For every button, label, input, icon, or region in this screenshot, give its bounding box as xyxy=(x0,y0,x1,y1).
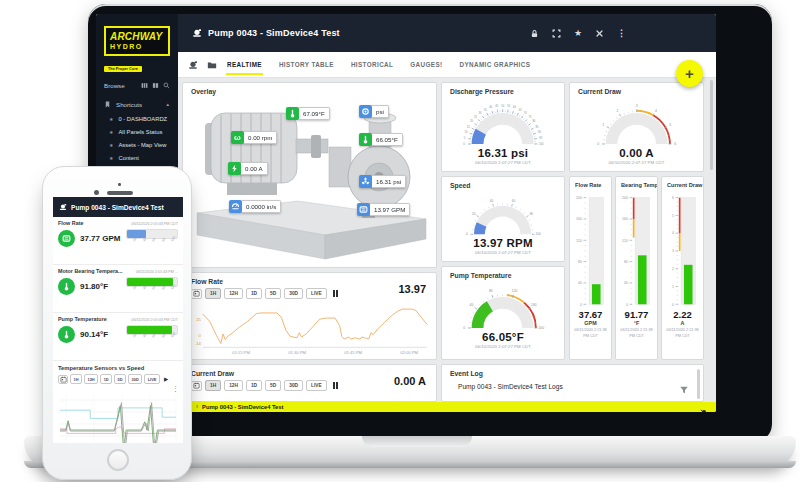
panel-pump-temperature: Pump Temperature 04080120160200 66.05°F … xyxy=(441,266,565,360)
sensor-badge[interactable]: 66.05°F xyxy=(359,133,403,146)
laptop-notch xyxy=(362,436,472,447)
window-title: Pump 0043 - SimDevice4 Test xyxy=(208,28,340,38)
bar-timestamp: 06/11/2020 2:21:38 PM CDT xyxy=(666,328,700,339)
tick-label: 100 xyxy=(170,235,180,244)
svg-text:100: 100 xyxy=(539,142,544,146)
calendar-button[interactable] xyxy=(191,381,202,391)
range-button-1h[interactable]: 1H xyxy=(205,288,221,299)
event-log-entry[interactable]: Pump 0043 - SimDevice4 Test Logs xyxy=(442,377,703,390)
kebab-menu-icon[interactable]: ⋮ xyxy=(172,385,179,392)
search-icon[interactable] xyxy=(163,82,170,89)
svg-text:65: 65 xyxy=(519,108,522,112)
sensor-badge[interactable]: 67.09°F xyxy=(286,107,330,120)
sensor-badge[interactable]: 13.97 GPM xyxy=(357,203,410,216)
sensor-badge[interactable]: 0.0000 in/s xyxy=(229,200,281,213)
range-button-12h[interactable]: 12H xyxy=(224,288,243,299)
svg-text:20: 20 xyxy=(472,212,476,216)
range-button-30d[interactable]: 30D xyxy=(284,380,303,391)
svg-text:-14: -14 xyxy=(195,342,202,347)
shortcuts-row[interactable]: Shortcuts ▲ xyxy=(96,97,178,112)
tab-dynamic-graphics[interactable]: DYNAMIC GRAPHICS xyxy=(458,52,531,77)
grid-icon[interactable] xyxy=(141,82,148,89)
range-button-1h[interactable]: 1H xyxy=(70,374,82,384)
flow-rate-bar-gauge: 04080120160200 xyxy=(571,189,611,311)
svg-text:80: 80 xyxy=(577,260,581,264)
svg-text:120: 120 xyxy=(621,239,627,243)
kebab-menu-icon[interactable]: ⋮ xyxy=(617,29,626,38)
range-button-1h[interactable]: 1H xyxy=(205,380,221,391)
tools-icon[interactable] xyxy=(595,29,604,38)
sensor-badge[interactable]: ω0.00 rpm xyxy=(231,131,277,144)
range-button-30d[interactable]: 30D xyxy=(284,288,303,299)
book-icon[interactable] xyxy=(152,82,159,89)
play-icon[interactable]: ▶ xyxy=(164,376,168,382)
add-button[interactable]: + xyxy=(676,60,703,87)
svg-text:160: 160 xyxy=(575,217,581,221)
panel-current-draw-gauge: Current Draw 0123456 0.00 A 06/10/2020 2… xyxy=(569,82,704,172)
sidebar-item-all-panels-status[interactable]: ★All Panels Status xyxy=(96,125,178,138)
range-button-1d[interactable]: 1D xyxy=(246,288,262,299)
range-button-5d[interactable]: 5D xyxy=(265,288,281,299)
phone-chart-panel: Temperature Sensors vs Speed 1H12H1D5D30… xyxy=(53,361,183,443)
svg-text:40: 40 xyxy=(623,281,627,285)
range-button-12h[interactable]: 12H xyxy=(224,380,243,391)
star-icon: ★ xyxy=(109,129,113,135)
chevron-up-icon[interactable]: ▲ xyxy=(166,102,170,107)
impeller-icon-svg xyxy=(361,177,370,186)
range-button-live[interactable]: LIVE xyxy=(306,380,327,391)
sidebar-item-content[interactable]: ★Content xyxy=(96,151,178,164)
calendar-button[interactable] xyxy=(58,375,68,384)
kpi-timestamp: 06/11/2020 2:05:43 PM CDT xyxy=(131,222,178,226)
svg-text:35: 35 xyxy=(484,108,487,112)
omega-glyph: ω xyxy=(234,134,241,142)
svg-text:3: 3 xyxy=(636,104,638,108)
tab-realtime[interactable]: REALTIME xyxy=(226,52,263,77)
range-button-12h[interactable]: 12H xyxy=(84,374,98,384)
sensor-badge[interactable]: 16.31 psi xyxy=(359,175,406,188)
sidebar-item-assets-map-view[interactable]: ★Assets - Map View xyxy=(96,138,178,151)
browse-label: Browse xyxy=(104,82,137,89)
folder-icon-svg xyxy=(207,60,217,70)
gauge-svg: 0510152025303540455055606570758085909510… xyxy=(449,97,556,149)
range-button-live[interactable]: LIVE xyxy=(144,374,160,384)
filter-icon-svg xyxy=(679,385,689,395)
sensor-badge[interactable]: 0.00 A xyxy=(228,162,268,175)
range-button-30d[interactable]: 30D xyxy=(128,374,142,384)
filter-icon[interactable] xyxy=(679,381,689,391)
fullscreen-icon-svg xyxy=(552,29,561,38)
tab-history-table[interactable]: HISTORY TABLE xyxy=(278,52,335,77)
range-button-5d[interactable]: 5D xyxy=(265,380,281,391)
range-button-live[interactable]: LIVE xyxy=(306,288,327,299)
kpi-bar: 20406080100 xyxy=(126,229,178,248)
kpi-value: 91.80°F xyxy=(80,282,108,291)
range-button-5d[interactable]: 5D xyxy=(114,374,126,384)
range-button-1d[interactable]: 1D xyxy=(246,380,262,391)
sensor-badge[interactable]: psi xyxy=(359,105,389,118)
breadcrumb-item[interactable]: Pump 0043 - SimDevice4 Test xyxy=(202,404,283,410)
pump-icon-svg xyxy=(192,28,202,38)
range-button-1d[interactable]: 1D xyxy=(100,374,112,384)
pause-icon[interactable] xyxy=(333,290,338,297)
phone-header: Pump 0043 - SimDevice4 Test xyxy=(53,197,183,217)
kpi-label: Motor Bearing Tempera... xyxy=(58,268,123,274)
tab-gauges-[interactable]: GAUGES! xyxy=(409,52,443,77)
fullscreen-icon[interactable] xyxy=(552,29,561,38)
current-draw-bar-gauge: 0123456 xyxy=(663,189,703,311)
star-icon[interactable]: ★ xyxy=(574,29,582,38)
main-scrollbar[interactable] xyxy=(710,80,713,170)
app-topbar: Pump 0043 - SimDevice4 Test ★ ⋮ xyxy=(178,14,716,52)
home-button[interactable] xyxy=(107,449,129,471)
bell-off-icon[interactable] xyxy=(700,403,708,411)
gauge-timestamp: 06/10/2020 2:07:27 PM CDT xyxy=(442,344,564,349)
pump-home-icon[interactable] xyxy=(188,60,198,70)
calendar-button[interactable] xyxy=(191,289,202,299)
folder-icon[interactable] xyxy=(207,60,217,70)
sidebar-item-0-dashboardz[interactable]: ★0 - DASHBOARDZ xyxy=(96,112,178,125)
panel-flow-rate-bar: Flow Rate 04080120160200 37.67 GPM 06/11… xyxy=(569,176,612,360)
tab-historical[interactable]: HISTORICAL xyxy=(350,52,394,77)
lock-icon[interactable] xyxy=(530,29,539,38)
pause-icon[interactable] xyxy=(333,382,338,389)
phone-kpi-row: Motor Bearing Tempera...06/11/2020 2:05:… xyxy=(53,265,183,313)
svg-text:0: 0 xyxy=(671,303,673,307)
event-log-scrollbar[interactable] xyxy=(697,369,700,399)
